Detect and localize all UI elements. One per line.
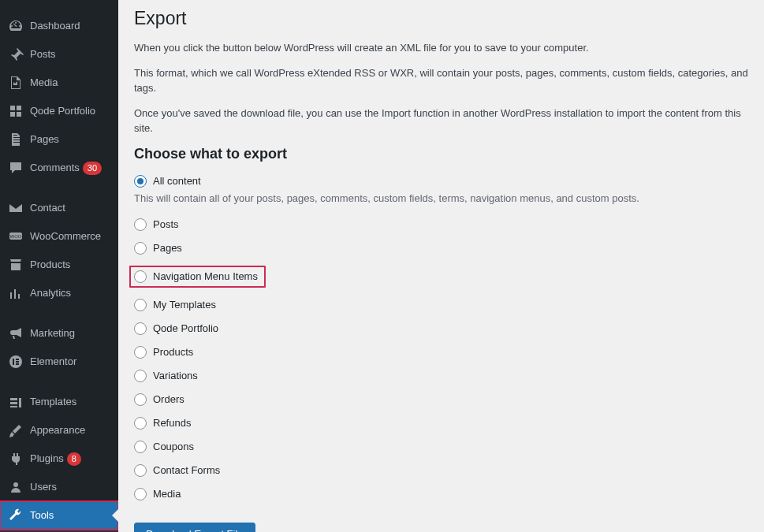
radio-my-templates[interactable]	[134, 299, 147, 311]
sidebar-item-elementor[interactable]: Elementor	[0, 348, 118, 376]
option-variations[interactable]: Variations	[134, 370, 748, 382]
sidebar-item-label: Comments	[30, 161, 80, 175]
elementor-icon	[8, 354, 24, 370]
option-label: My Templates	[153, 299, 216, 311]
wrench-icon	[8, 508, 24, 523]
radio-pages[interactable]	[134, 242, 147, 255]
option-refunds[interactable]: Refunds	[134, 417, 748, 430]
option-label: Refunds	[153, 417, 191, 429]
media-icon	[8, 75, 24, 91]
option-label: Qode Portfolio	[153, 322, 218, 334]
sidebar-item-label: Dashboard	[30, 19, 80, 33]
all-content-description: This will contain all of your posts, pag…	[134, 192, 748, 204]
svg-point-3	[13, 482, 18, 487]
option-orders[interactable]: Orders	[134, 393, 748, 406]
option-all-content[interactable]: All content	[134, 175, 748, 188]
dashboard-icon	[8, 18, 24, 34]
sidebar-item-tools[interactable]: Tools	[0, 501, 118, 530]
sidebar-item-analytics[interactable]: Analytics	[0, 279, 118, 307]
option-label: Pages	[153, 242, 182, 254]
radio-contact-forms[interactable]	[134, 464, 147, 477]
megaphone-icon	[8, 326, 24, 341]
sidebar-item-qode-portfolio[interactable]: Qode Portfolio	[0, 97, 118, 125]
option-pages[interactable]: Pages	[134, 242, 748, 255]
sidebar-item-templates[interactable]: Templates	[0, 388, 118, 416]
sidebar-item-label: Marketing	[30, 326, 75, 340]
sidebar-item-posts[interactable]: Posts	[0, 40, 118, 69]
admin-sidebar: DashboardPostsMediaQode PortfolioPagesCo…	[0, 0, 118, 532]
sidebar-item-comments[interactable]: Comments30	[0, 154, 118, 182]
archive-icon	[8, 257, 24, 273]
mail-icon	[8, 200, 24, 216]
sidebar-item-plugins[interactable]: Plugins8	[0, 445, 118, 473]
sidebar-item-pages[interactable]: Pages	[0, 125, 118, 154]
option-label: Coupons	[153, 441, 194, 452]
radio-orders[interactable]	[134, 393, 147, 406]
sidebar-item-label: Templates	[30, 395, 76, 409]
option-qode-portfolio[interactable]: Qode Portfolio	[134, 322, 748, 335]
sidebar-item-woocommerce[interactable]: WOOWooCommerce	[0, 222, 118, 251]
sidebar-item-label: Plugins	[30, 452, 64, 466]
users-icon	[8, 479, 24, 495]
page-description-3: Once you've saved the download file, you…	[134, 106, 748, 136]
radio-posts[interactable]	[134, 218, 147, 231]
option-label: Navigation Menu Items	[153, 270, 258, 282]
sidebar-item-label: Pages	[30, 132, 59, 147]
sidebar-item-label: Appearance	[30, 423, 85, 437]
sidebar-item-contact[interactable]: Contact	[0, 194, 118, 222]
radio-coupons[interactable]	[134, 441, 147, 453]
option-coupons[interactable]: Coupons	[134, 441, 748, 453]
option-label: All content	[153, 175, 201, 187]
woo-icon: WOO	[8, 229, 24, 244]
update-badge: 30	[83, 162, 102, 175]
option-my-templates[interactable]: My Templates	[134, 299, 748, 311]
option-contact-forms[interactable]: Contact Forms	[134, 464, 748, 477]
main-content: Export When you click the button below W…	[118, 0, 764, 532]
templates-icon	[8, 394, 24, 410]
section-heading: Choose what to export	[134, 146, 748, 162]
chart-icon	[8, 285, 24, 301]
option-label: Posts	[153, 218, 179, 230]
option-label: Media	[153, 488, 181, 500]
sidebar-item-appearance[interactable]: Appearance	[0, 416, 118, 445]
comment-icon	[8, 160, 24, 176]
pin-icon	[8, 47, 24, 62]
sidebar-item-label: Media	[30, 76, 58, 90]
sidebar-item-media[interactable]: Media	[0, 69, 118, 97]
page-description-1: When you click the button below WordPres…	[134, 40, 748, 56]
option-media[interactable]: Media	[134, 488, 748, 500]
sidebar-item-label: Users	[30, 480, 57, 494]
option-products[interactable]: Products	[134, 346, 748, 359]
sidebar-item-label: Contact	[30, 201, 65, 215]
plugin-icon	[8, 451, 24, 467]
radio-variations[interactable]	[134, 370, 147, 382]
grid-icon	[8, 103, 24, 119]
sidebar-item-users[interactable]: Users	[0, 473, 118, 501]
svg-text:WOO: WOO	[10, 234, 22, 239]
radio-media[interactable]	[134, 488, 147, 500]
pages-icon	[8, 132, 24, 147]
sidebar-item-label: Analytics	[30, 286, 71, 300]
download-export-button[interactable]: Download Export File	[134, 523, 255, 533]
sidebar-item-label: Tools	[30, 508, 54, 523]
radio-refunds[interactable]	[134, 417, 147, 430]
sidebar-item-label: WooCommerce	[30, 229, 101, 244]
option-label: Contact Forms	[153, 464, 220, 476]
sidebar-item-marketing[interactable]: Marketing	[0, 319, 118, 348]
update-badge: 8	[67, 452, 81, 466]
sidebar-item-label: Posts	[30, 47, 56, 61]
sidebar-item-products[interactable]: Products	[0, 251, 118, 279]
option-label: Variations	[153, 370, 198, 381]
option-posts[interactable]: Posts	[134, 218, 748, 231]
option-navigation-menu-items[interactable]: Navigation Menu Items	[129, 266, 266, 288]
option-label: Orders	[153, 393, 184, 405]
radio-all-content[interactable]	[134, 175, 147, 188]
radio-navigation-menu-items[interactable]	[134, 270, 147, 283]
page-description-2: This format, which we call WordPress eXt…	[134, 65, 748, 96]
radio-qode-portfolio[interactable]	[134, 322, 147, 335]
sidebar-item-label: Elementor	[30, 355, 76, 369]
page-title: Export	[134, 8, 748, 29]
radio-products[interactable]	[134, 346, 147, 359]
sidebar-item-label: Products	[30, 258, 70, 272]
sidebar-item-dashboard[interactable]: Dashboard	[0, 12, 118, 40]
